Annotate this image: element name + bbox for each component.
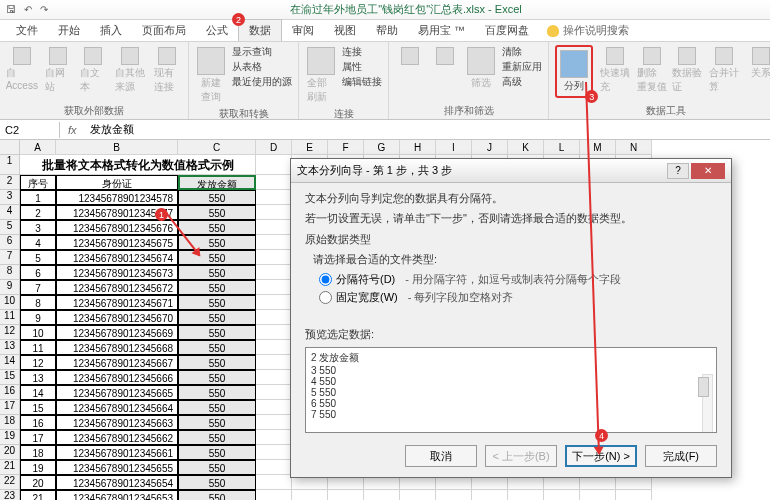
cell[interactable]: 550 [178, 325, 256, 340]
cell[interactable]: 550 [178, 355, 256, 370]
cell[interactable]: 4 [20, 235, 56, 250]
cell[interactable] [580, 490, 616, 500]
cell[interactable]: 123456789012345655 [56, 460, 178, 475]
col-header[interactable]: E [292, 140, 328, 155]
tab-view[interactable]: 视图 [324, 20, 366, 41]
cell[interactable] [328, 490, 364, 500]
tab-home[interactable]: 开始 [48, 20, 90, 41]
radio-delimited[interactable] [319, 273, 332, 286]
cell[interactable]: 550 [178, 220, 256, 235]
cell[interactable]: 123456789012345661 [56, 445, 178, 460]
btn-from-text[interactable]: 自文本 [78, 45, 108, 96]
cell[interactable]: 550 [178, 250, 256, 265]
col-header[interactable]: D [256, 140, 292, 155]
cell[interactable] [508, 490, 544, 500]
btn-recent-sources[interactable]: 最近使用的源 [232, 75, 292, 89]
btn-properties[interactable]: 属性 [342, 60, 382, 74]
cell[interactable]: 123456789012345665 [56, 385, 178, 400]
cell[interactable]: 14 [20, 385, 56, 400]
cell[interactable]: 19 [20, 460, 56, 475]
col-header[interactable]: A [20, 140, 56, 155]
cell[interactable] [256, 400, 292, 415]
cell[interactable]: 10 [20, 325, 56, 340]
cell[interactable]: 550 [178, 415, 256, 430]
cell[interactable]: 123456789012345668 [56, 340, 178, 355]
col-header[interactable]: M [580, 140, 616, 155]
cell[interactable]: 2 [20, 205, 56, 220]
cell[interactable]: 17 [20, 430, 56, 445]
cell[interactable]: 550 [178, 295, 256, 310]
btn-from-other[interactable]: 自其他来源 [113, 45, 148, 96]
col-header[interactable]: L [544, 140, 580, 155]
cell[interactable] [256, 370, 292, 385]
btn-from-table[interactable]: 从表格 [232, 60, 292, 74]
formula-value[interactable]: 发放金额 [85, 120, 139, 139]
cell[interactable]: 18 [20, 445, 56, 460]
header-cell[interactable]: 发放金额 [178, 175, 256, 190]
cell[interactable]: 123456789012345676 [56, 220, 178, 235]
cell[interactable]: 9 [20, 310, 56, 325]
dialog-close-button[interactable]: ✕ [691, 163, 725, 179]
tab-insert[interactable]: 插入 [90, 20, 132, 41]
col-header[interactable]: N [616, 140, 652, 155]
cell[interactable]: 550 [178, 370, 256, 385]
finish-button[interactable]: 完成(F) [645, 445, 717, 467]
tab-file[interactable]: 文件 [6, 20, 48, 41]
cell[interactable]: 123456789012345667 [56, 355, 178, 370]
cell[interactable] [256, 295, 292, 310]
cell[interactable]: 123456789012345675 [56, 235, 178, 250]
col-header[interactable]: K [508, 140, 544, 155]
cell[interactable] [256, 220, 292, 235]
cell[interactable] [256, 490, 292, 500]
btn-remove-dup[interactable]: 删除 重复值 [637, 45, 667, 96]
header-cell[interactable]: 序号 [20, 175, 56, 190]
cell[interactable] [256, 475, 292, 490]
btn-reapply[interactable]: 重新应用 [502, 60, 542, 74]
save-icon[interactable]: 🖫 [6, 4, 16, 15]
cell[interactable]: 123456789012345666 [56, 370, 178, 385]
cell[interactable] [472, 490, 508, 500]
cancel-button[interactable]: 取消 [405, 445, 477, 467]
btn-sort-az[interactable] [395, 45, 425, 67]
col-header[interactable]: C [178, 140, 256, 155]
radio-fixed-width[interactable] [319, 291, 332, 304]
btn-consolidate[interactable]: 合并计算 [707, 45, 741, 96]
btn-new-query[interactable]: 新建 查询 [195, 45, 227, 106]
cell[interactable] [256, 175, 292, 190]
cell[interactable]: 123456789012345654 [56, 475, 178, 490]
btn-sort-za[interactable] [430, 45, 460, 67]
cell[interactable]: 550 [178, 280, 256, 295]
cell[interactable] [256, 340, 292, 355]
col-header[interactable]: J [472, 140, 508, 155]
cell[interactable] [256, 205, 292, 220]
cell[interactable]: 550 [178, 400, 256, 415]
tab-data[interactable]: 数据2 [238, 19, 282, 41]
btn-data-validation[interactable]: 数据验 证 [672, 45, 702, 96]
btn-from-access[interactable]: 自 Access [6, 45, 38, 93]
tell-me[interactable]: 操作说明搜索 [539, 20, 637, 41]
fx-icon[interactable]: fx [60, 124, 85, 136]
btn-filter[interactable]: 筛选 [465, 45, 497, 92]
cell[interactable] [256, 355, 292, 370]
cell[interactable]: 123456789012345653 [56, 490, 178, 500]
btn-clear[interactable]: 清除 [502, 45, 542, 59]
cell[interactable]: 7 [20, 280, 56, 295]
cell[interactable] [364, 490, 400, 500]
header-cell[interactable]: 身份证 [56, 175, 178, 190]
btn-refresh-all[interactable]: 全部刷新 [305, 45, 337, 106]
cell[interactable]: 550 [178, 430, 256, 445]
col-header[interactable]: G [364, 140, 400, 155]
cell[interactable] [256, 190, 292, 205]
cell[interactable]: 550 [178, 190, 256, 205]
col-header[interactable]: H [400, 140, 436, 155]
cell[interactable] [256, 235, 292, 250]
cell[interactable] [256, 265, 292, 280]
cell[interactable]: 550 [178, 460, 256, 475]
redo-icon[interactable]: ↷ [40, 4, 48, 15]
cell[interactable]: 123456789012345662 [56, 430, 178, 445]
sheet-title[interactable]: 批量将文本格式转化为数值格式示例 [20, 155, 256, 175]
cell[interactable]: 1 [20, 190, 56, 205]
cell[interactable] [544, 490, 580, 500]
cell[interactable]: 5 [20, 250, 56, 265]
tab-help[interactable]: 帮助 [366, 20, 408, 41]
